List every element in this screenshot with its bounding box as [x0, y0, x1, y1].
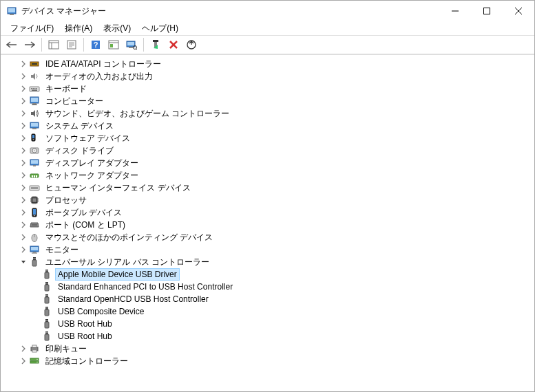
svg-rect-46 — [32, 135, 34, 138]
tree-item[interactable]: ディスク ドライブ — [1, 144, 534, 157]
tree-item[interactable]: USB Root Hub — [1, 330, 534, 342]
chevron-right-icon[interactable] — [19, 220, 28, 230]
audio-icon — [29, 71, 40, 82]
chevron-right-icon[interactable] — [19, 356, 28, 366]
usb-icon — [29, 257, 40, 268]
chevron-right-icon[interactable] — [19, 133, 28, 143]
tree-item[interactable]: Standard Enhanced PCI to USB Host Contro… — [1, 281, 534, 293]
tree-item[interactable]: ポータブル デバイス — [1, 206, 534, 219]
svg-rect-105 — [46, 307, 47, 309]
chevron-right-icon[interactable] — [19, 158, 28, 168]
menu-action[interactable]: 操作(A) — [59, 21, 98, 36]
help-button[interactable]: ? — [87, 36, 104, 53]
svg-rect-92 — [45, 272, 49, 279]
svg-rect-109 — [46, 320, 47, 321]
uninstall-button[interactable] — [165, 36, 182, 53]
tree-item[interactable]: 印刷キュー — [1, 342, 534, 355]
tree-item-label: USB Root Hub — [55, 330, 115, 342]
chevron-right-icon[interactable] — [19, 208, 28, 217]
chevron-right-icon[interactable] — [19, 183, 28, 193]
svg-rect-1 — [8, 8, 15, 12]
svg-point-121 — [36, 362, 37, 362]
tree-item[interactable]: コンピューター — [1, 95, 534, 107]
tree-item[interactable]: Standard OpenHCD USB Host Controller — [1, 293, 534, 305]
tree-item[interactable]: マウスとそのほかのポインティング デバイス — [1, 231, 534, 243]
chevron-right-icon[interactable] — [19, 72, 28, 81]
tree-item[interactable]: オーディオの入力および出力 — [1, 70, 534, 83]
svg-line-24 — [136, 49, 137, 50]
action-button[interactable] — [105, 36, 122, 53]
tree-content[interactable]: IDE ATA/ATAPI コントローラーオーディオの入力および出力キーボードコ… — [1, 54, 534, 391]
svg-point-78 — [33, 224, 34, 225]
svg-rect-35 — [34, 88, 36, 89]
tree-item[interactable]: モニター — [1, 243, 534, 256]
tree-item[interactable]: 記憶域コントローラー — [1, 355, 534, 367]
chevron-right-icon[interactable] — [19, 121, 28, 131]
svg-rect-116 — [32, 345, 36, 347]
minimize-button[interactable] — [439, 1, 471, 21]
tree-item-label: USB Root Hub — [55, 318, 115, 330]
chevron-right-icon[interactable] — [19, 109, 28, 118]
svg-point-76 — [34, 215, 35, 217]
tree-item[interactable]: ヒューマン インターフェイス デバイス — [1, 182, 534, 194]
chevron-right-icon[interactable] — [19, 59, 28, 69]
svg-point-120 — [36, 359, 37, 360]
toolbar-separator — [83, 38, 84, 52]
chevron-down-icon[interactable] — [19, 257, 28, 267]
chevron-right-icon[interactable] — [19, 344, 28, 353]
tree-item-label: Standard Enhanced PCI to USB Host Contro… — [55, 281, 235, 293]
tree-item[interactable]: Apple Mobile Device USB Driver — [1, 268, 534, 281]
chevron-right-icon[interactable] — [19, 146, 28, 155]
tree-item[interactable]: システム デバイス — [1, 120, 534, 132]
svg-rect-19 — [110, 44, 113, 47]
svg-rect-34 — [33, 88, 34, 89]
tree-item[interactable]: キーボード — [1, 83, 534, 95]
chevron-right-icon[interactable] — [19, 96, 28, 106]
storage-icon — [29, 356, 40, 367]
tree-item[interactable]: プロセッサ — [1, 194, 534, 206]
menu-file[interactable]: ファイル(F) — [5, 21, 59, 36]
svg-point-79 — [34, 224, 35, 225]
system-icon — [29, 120, 40, 131]
tree-item[interactable]: USB Composite Device — [1, 305, 534, 318]
menubar: ファイル(F) 操作(A) 表示(V) ヘルプ(H) — [1, 21, 534, 35]
network-icon — [29, 170, 40, 181]
tree-item[interactable]: サウンド、ビデオ、およびゲーム コントローラー — [1, 107, 534, 120]
svg-rect-25 — [153, 40, 158, 42]
update-driver-button[interactable] — [183, 36, 200, 53]
svg-rect-102 — [48, 295, 48, 296]
tree-item[interactable]: ネットワーク アダプター — [1, 169, 534, 182]
chevron-right-icon[interactable] — [19, 245, 28, 254]
disk-icon — [29, 145, 40, 156]
chevron-right-icon[interactable] — [19, 171, 28, 180]
close-button[interactable] — [503, 1, 534, 21]
display-icon — [29, 157, 40, 168]
tree-item[interactable]: ディスプレイ アダプター — [1, 157, 534, 169]
tree-item[interactable]: ソフトウェア デバイス — [1, 132, 534, 144]
properties-button[interactable] — [63, 36, 80, 53]
enable-button[interactable] — [147, 36, 164, 53]
chevron-right-icon[interactable] — [19, 195, 28, 205]
tree-item[interactable]: ユニバーサル シリアル バス コントローラー — [1, 256, 534, 268]
tree-item[interactable]: ポート (COM と LPT) — [1, 219, 534, 231]
computer-icon — [29, 96, 40, 107]
menu-view[interactable]: 表示(V) — [98, 21, 136, 36]
back-button[interactable] — [3, 36, 20, 53]
menu-help[interactable]: ヘルプ(H) — [136, 21, 184, 36]
svg-rect-94 — [48, 270, 48, 272]
svg-rect-57 — [36, 175, 37, 177]
show-hide-tree-button[interactable] — [45, 36, 62, 53]
tree-item[interactable]: IDE ATA/ATAPI コントローラー — [1, 58, 534, 70]
chevron-right-icon[interactable] — [19, 84, 28, 94]
tree-item[interactable]: USB Root Hub — [1, 318, 534, 330]
forward-button[interactable] — [21, 36, 38, 53]
hid-icon — [29, 182, 40, 193]
usb-icon — [41, 306, 52, 317]
svg-point-47 — [33, 139, 34, 140]
svg-rect-104 — [45, 309, 49, 316]
portable-icon — [29, 207, 40, 218]
svg-rect-40 — [32, 103, 36, 105]
scan-hardware-button[interactable] — [123, 36, 140, 53]
chevron-right-icon[interactable] — [19, 232, 28, 242]
maximize-button[interactable] — [471, 1, 503, 21]
